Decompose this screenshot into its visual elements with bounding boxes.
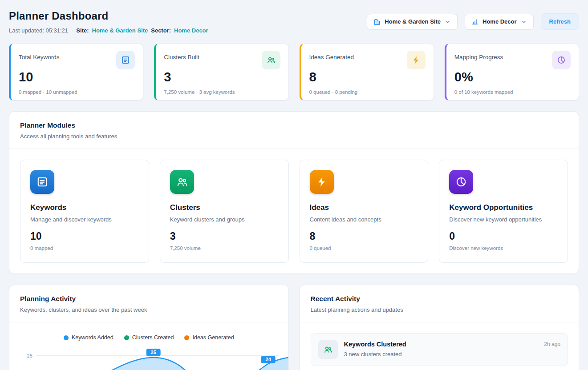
users-icon bbox=[170, 170, 194, 194]
legend-dot-orange bbox=[184, 335, 189, 340]
planning-activity-header: Planning Activity Keywords, clusters, an… bbox=[9, 285, 288, 322]
stat-label: Clusters Built bbox=[164, 51, 199, 60]
module-description: Manage and discover keywords bbox=[30, 216, 139, 223]
module-description: Keyword clusters and groups bbox=[170, 216, 279, 223]
module-card-keyword-opportunities[interactable]: Keyword Opportunities Discover new keywo… bbox=[439, 160, 568, 263]
module-card-clusters[interactable]: Clusters Keyword clusters and groups 3 7… bbox=[160, 160, 289, 263]
stat-sub: 0 mapped · 10 unmapped bbox=[19, 89, 135, 95]
recent-activity-card: Recent Activity Latest planning actions … bbox=[300, 285, 580, 370]
stat-sub: 7,250 volume · 3 avg keywords bbox=[164, 89, 280, 95]
sector-label: Sector: bbox=[151, 27, 171, 34]
planner-modules-section: Planner Modules Access all planning tool… bbox=[9, 111, 579, 274]
users-icon bbox=[262, 51, 280, 69]
module-value: 8 bbox=[310, 230, 418, 242]
bar-chart-icon bbox=[471, 18, 479, 25]
section-subtitle: Access all planning tools and features bbox=[20, 133, 568, 140]
legend-dot-green bbox=[124, 335, 129, 340]
activity-list: Keywords Clustered 3 new clusters create… bbox=[300, 322, 579, 370]
meta-separator: · bbox=[71, 27, 73, 34]
page-header: Planner Dashboard Last updated: 05:31:21… bbox=[0, 0, 588, 34]
users-icon bbox=[318, 340, 338, 359]
module-title: Keyword Opportunities bbox=[449, 203, 558, 212]
module-value: 3 bbox=[170, 230, 279, 242]
section-subtitle: Keywords, clusters, and ideas over the p… bbox=[20, 306, 278, 313]
data-point-label: 25 bbox=[146, 349, 161, 356]
site-link[interactable]: Home & Garden Site bbox=[92, 27, 148, 34]
stat-value: 10 bbox=[19, 70, 135, 84]
legend-item-keywords-added: Keywords Added bbox=[64, 334, 114, 341]
module-sub: 0 mapped bbox=[30, 245, 139, 251]
stat-label: Total Keywords bbox=[19, 51, 60, 60]
module-sub: 0 queued bbox=[310, 245, 418, 251]
header-left: Planner Dashboard Last updated: 05:31:21… bbox=[9, 10, 208, 34]
activity-description: 3 new clusters created bbox=[344, 351, 538, 358]
section-title: Recent Activity bbox=[311, 295, 568, 303]
document-lines-icon bbox=[116, 51, 135, 69]
svg-text:25: 25 bbox=[151, 350, 156, 355]
modules-grid: Keywords Manage and discover keywords 10… bbox=[9, 149, 579, 273]
stat-value: 8 bbox=[309, 70, 426, 84]
breadcrumb-meta: Last updated: 05:31:21 · Site: Home & Ga… bbox=[9, 27, 208, 34]
stat-sub: 0 queued · 8 pending bbox=[309, 89, 426, 95]
activity-title: Keywords Clustered bbox=[344, 341, 538, 348]
sector-link[interactable]: Home Decor bbox=[174, 27, 208, 34]
header-controls: Home & Garden Site Home Decor Refresh bbox=[367, 13, 579, 30]
bolt-icon bbox=[407, 51, 426, 69]
legend-label: Ideas Generated bbox=[192, 334, 234, 341]
stat-card-total-keywords: Total Keywords 10 0 mapped · 10 unmapped bbox=[9, 44, 143, 101]
pie-chart-icon bbox=[449, 170, 473, 194]
chart-legend: Keywords Added Clusters Created Ideas Ge… bbox=[9, 334, 288, 341]
module-value: 0 bbox=[449, 230, 558, 242]
module-title: Keywords bbox=[30, 203, 139, 212]
stat-card-clusters-built: Clusters Built 3 7,250 volume · 3 avg ke… bbox=[154, 44, 288, 101]
site-label: Site: bbox=[76, 27, 89, 34]
stat-value: 0% bbox=[454, 70, 571, 84]
pie-chart-icon bbox=[552, 51, 571, 69]
planning-activity-card: Planning Activity Keywords, clusters, an… bbox=[9, 285, 289, 370]
section-subtitle: Latest planning actions and updates bbox=[311, 306, 568, 313]
chevron-down-icon bbox=[445, 19, 451, 25]
section-title: Planning Activity bbox=[20, 295, 278, 303]
stat-label: Ideas Generated bbox=[309, 51, 354, 60]
legend-dot-blue bbox=[64, 335, 69, 340]
module-description: Content ideas and concepts bbox=[310, 216, 418, 223]
page-title: Planner Dashboard bbox=[9, 10, 208, 22]
legend-label: Clusters Created bbox=[132, 334, 174, 341]
stat-card-ideas-generated: Ideas Generated 8 0 queued · 8 pending bbox=[300, 44, 434, 101]
site-selector-label: Home & Garden Site bbox=[385, 18, 441, 25]
y-axis-tick: 25 bbox=[27, 353, 32, 358]
module-description: Discover new keyword opportunities bbox=[449, 216, 558, 223]
activity-item-keywords-clustered: Keywords Clustered 3 new clusters create… bbox=[311, 333, 568, 366]
planner-modules-header: Planner Modules Access all planning tool… bbox=[9, 112, 579, 149]
site-selector-dropdown[interactable]: Home & Garden Site bbox=[367, 14, 458, 30]
section-title: Planner Modules bbox=[20, 121, 568, 129]
sector-selector-dropdown[interactable]: Home Decor bbox=[465, 14, 534, 30]
module-title: Ideas bbox=[310, 203, 418, 212]
module-sub: 7,250 volume bbox=[170, 245, 279, 251]
svg-text:24: 24 bbox=[266, 357, 272, 362]
activity-timestamp: 2h ago bbox=[544, 340, 560, 347]
module-title: Clusters bbox=[170, 203, 279, 212]
legend-item-ideas-generated: Ideas Generated bbox=[184, 334, 234, 341]
module-value: 10 bbox=[30, 230, 139, 242]
last-updated-text: Last updated: 05:31:21 bbox=[9, 27, 68, 34]
document-lines-icon bbox=[30, 170, 54, 194]
activity-body: Keywords Clustered 3 new clusters create… bbox=[344, 340, 538, 358]
bottom-row: Planning Activity Keywords, clusters, an… bbox=[9, 285, 579, 370]
data-point-label: 24 bbox=[261, 356, 276, 363]
chevron-down-icon bbox=[521, 19, 527, 25]
refresh-button[interactable]: Refresh bbox=[541, 13, 579, 30]
building-icon bbox=[373, 18, 381, 25]
module-card-keywords[interactable]: Keywords Manage and discover keywords 10… bbox=[20, 160, 149, 263]
stat-card-mapping-progress: Mapping Progress 0% 0 of 10 keywords map… bbox=[445, 44, 579, 101]
recent-activity-header: Recent Activity Latest planning actions … bbox=[300, 285, 579, 322]
legend-item-clusters-created: Clusters Created bbox=[124, 334, 174, 341]
sector-selector-label: Home Decor bbox=[483, 18, 517, 25]
area-chart: 25 25 24 bbox=[9, 346, 288, 370]
module-card-ideas[interactable]: Ideas Content ideas and concepts 8 0 que… bbox=[300, 160, 429, 263]
stat-value: 3 bbox=[164, 70, 280, 84]
bolt-icon bbox=[310, 170, 334, 194]
stat-sub: 0 of 10 keywords mapped bbox=[454, 89, 571, 95]
legend-label: Keywords Added bbox=[72, 334, 114, 341]
planning-activity-chart: 25 25 24 bbox=[9, 346, 288, 370]
